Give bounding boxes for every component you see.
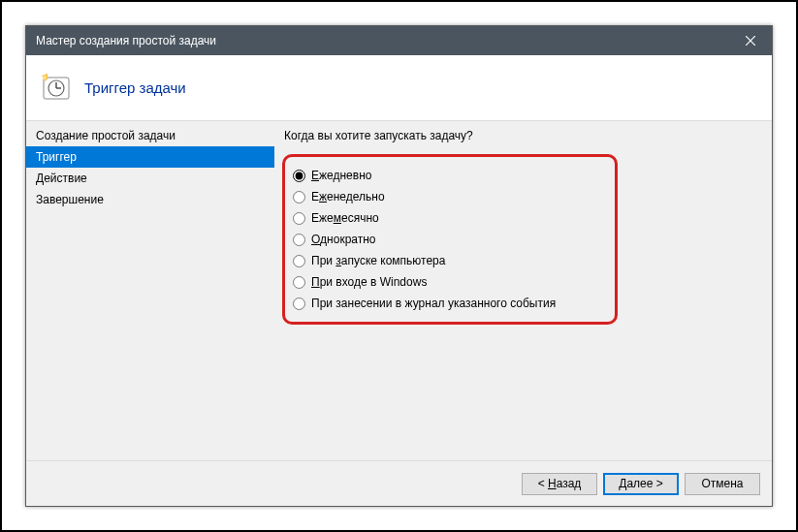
radio-daily[interactable]: Ежедневно <box>293 165 605 186</box>
wizard-clock-icon <box>40 72 73 105</box>
radio-on-event-label: При занесении в журнал указанного событи… <box>311 297 556 310</box>
radio-once-label: Однократно <box>311 233 376 246</box>
radio-monthly-input[interactable] <box>293 212 305 225</box>
wizard-footer: < Назад Далее > Отмена <box>26 460 772 506</box>
radio-on-event[interactable]: При занесении в журнал указанного событи… <box>293 293 605 314</box>
radio-once[interactable]: Однократно <box>293 229 605 250</box>
page-title: Триггер задачи <box>84 79 186 96</box>
radio-weekly-label: Еженедельно <box>311 190 385 203</box>
sidebar-item-finish[interactable]: Завершение <box>26 189 274 210</box>
wizard-content: Когда вы хотите запускать задачу? Ежедне… <box>274 121 772 460</box>
trigger-question: Когда вы хотите запускать задачу? <box>284 129 756 142</box>
wizard-header: Триггер задачи <box>26 55 772 121</box>
radio-at-startup[interactable]: При запуске компьютера <box>293 250 605 271</box>
radio-at-logon-label: При входе в Windows <box>311 275 427 289</box>
svg-point-6 <box>43 75 47 78</box>
sidebar-item-trigger[interactable]: Триггер <box>26 146 274 168</box>
radio-at-logon[interactable]: При входе в Windows <box>293 271 605 293</box>
radio-daily-input[interactable] <box>293 170 305 182</box>
wizard-body: Создание простой задачи Триггер Действие… <box>26 121 772 460</box>
radio-monthly-label: Ежемесячно <box>311 211 379 225</box>
radio-on-event-input[interactable] <box>293 297 305 310</box>
close-icon <box>746 36 755 46</box>
trigger-options-group: Ежедневно Еженедельно Ежемесячно Однокра… <box>282 154 618 325</box>
radio-weekly-input[interactable] <box>293 191 305 203</box>
radio-once-input[interactable] <box>293 234 305 246</box>
sidebar-item-action[interactable]: Действие <box>26 168 274 189</box>
radio-monthly[interactable]: Ежемесячно <box>293 207 605 229</box>
back-button[interactable]: < Назад <box>522 473 597 495</box>
radio-at-logon-input[interactable] <box>293 276 305 289</box>
titlebar: Мастер создания простой задачи <box>26 26 772 55</box>
wizard-window: Мастер создания простой задачи Триггер з… <box>25 25 773 507</box>
radio-weekly[interactable]: Еженедельно <box>293 186 605 207</box>
cancel-button[interactable]: Отмена <box>685 473 760 495</box>
window-title: Мастер создания простой задачи <box>36 34 728 47</box>
radio-at-startup-label: При запуске компьютера <box>311 254 445 267</box>
close-button[interactable] <box>728 26 772 55</box>
radio-daily-label: Ежедневно <box>311 169 371 182</box>
wizard-sidebar: Создание простой задачи Триггер Действие… <box>26 121 274 460</box>
next-button[interactable]: Далее > <box>603 473 679 495</box>
sidebar-item-create-task[interactable]: Создание простой задачи <box>26 121 274 146</box>
radio-at-startup-input[interactable] <box>293 255 305 267</box>
